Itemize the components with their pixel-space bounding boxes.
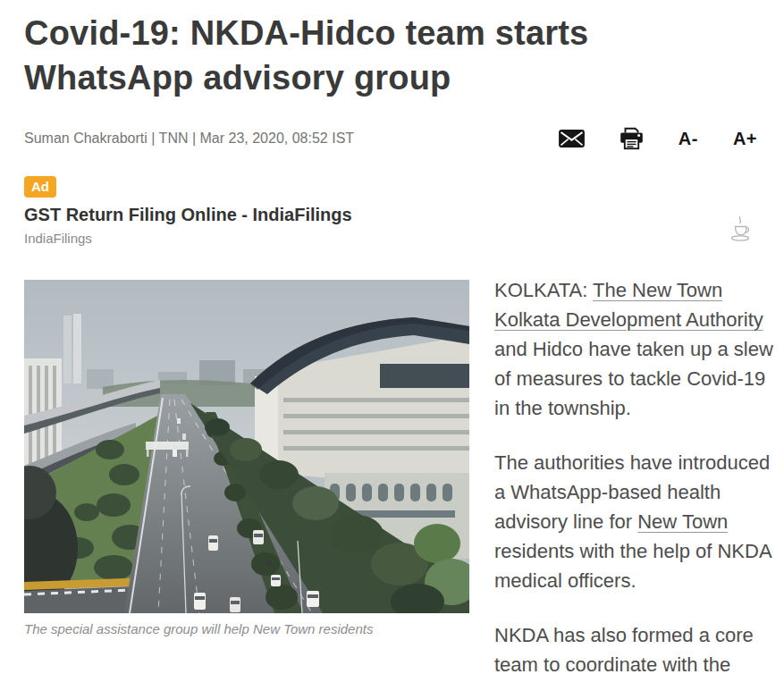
paragraph-text: The authorities have introduced a WhatsA… [494,451,770,533]
byline-row: Suman Chakraborti | TNN | Mar 23, 2020, … [24,125,757,152]
photo-caption: The special assistance group will help N… [24,621,469,636]
article-paragraph: The authorities have introduced a WhatsA… [494,448,777,595]
print-icon [620,127,644,150]
ad-badge: Ad [24,176,56,198]
email-icon [559,130,585,147]
inline-link[interactable]: New Town [637,510,728,533]
ad-headline-link[interactable]: GST Return Filing Online - IndiaFilings [24,205,760,225]
paragraph-text: and Hidco have taken up a slew of measur… [494,338,773,419]
photo-illustration [24,280,469,613]
article-figure: The special assistance group will help N… [24,280,469,636]
article-content: The special assistance group will help N… [24,280,784,674]
paragraph-text: residents with the help of NKDA medical … [494,540,771,592]
article-photo[interactable] [24,280,469,613]
article-title: Covid-19: NKDA-Hidco team starts WhatsAp… [24,11,712,100]
coffee-cup-icon [726,214,754,249]
paragraph-text: NKDA has also formed a core team to coor… [494,624,754,674]
article-paragraph: KOLKATA: The New Town Kolkata Developmen… [494,275,777,423]
font-increase-button[interactable]: A+ [733,129,757,149]
paragraph-text: KOLKATA: [494,279,593,301]
font-decrease-button[interactable]: A- [679,129,698,149]
email-button[interactable] [559,130,585,147]
article-body: KOLKATA: The New Town Kolkata Developmen… [494,275,777,674]
article-page: Covid-19: NKDA-Hidco team starts WhatsAp… [0,0,784,674]
article-toolbar: A- A+ [559,127,757,150]
print-button[interactable] [620,127,644,150]
byline: Suman Chakraborti | TNN | Mar 23, 2020, … [24,131,354,147]
ad-unit: Ad GST Return Filing Online - IndiaFilin… [24,176,760,246]
article-paragraph: NKDA has also formed a core team to coor… [494,620,777,674]
ad-advertiser: IndiaFilings [24,231,760,246]
